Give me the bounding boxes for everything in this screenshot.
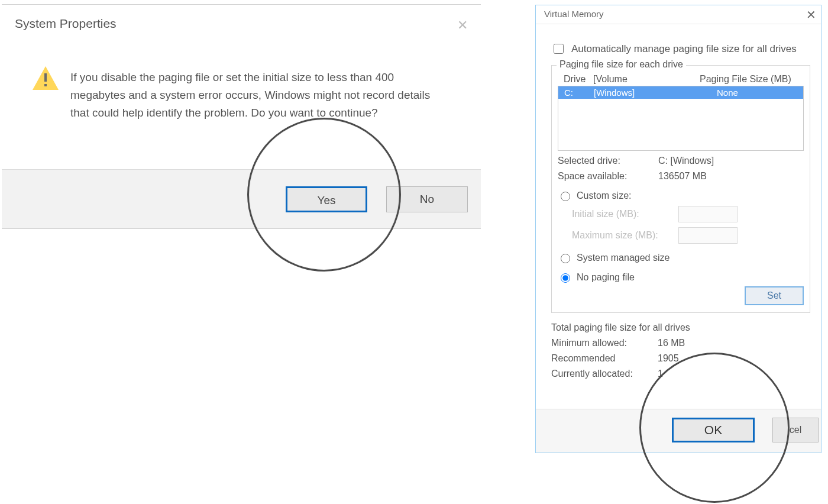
system-properties-dialog: System Properties ✕ If you disable the p… (2, 4, 481, 229)
drive-row[interactable]: C: [Windows] None (558, 86, 803, 99)
dialog-footer: OK cel (536, 409, 821, 453)
header-drive: Drive (564, 74, 593, 85)
recommended-value: 1905 (658, 353, 679, 364)
set-button[interactable]: Set (745, 286, 804, 305)
cancel-button[interactable]: cel (772, 418, 819, 442)
auto-manage-label: Automatically manage paging file size fo… (571, 43, 797, 55)
virtual-memory-dialog: Virtual Memory ✕ Automatically manage pa… (535, 5, 821, 453)
drive-letter: C: (564, 88, 594, 98)
no-paging-file-label: No paging file (577, 272, 635, 283)
no-paging-file-radio[interactable]: No paging file (558, 272, 804, 283)
maximum-size-input (678, 227, 738, 244)
currently-allocated-label: Currently allocated: (551, 369, 658, 379)
paging-size-group: Paging file size for each drive Drive [V… (551, 65, 810, 313)
auto-manage-checkbox[interactable]: Automatically manage paging file size fo… (551, 42, 810, 56)
ok-button[interactable]: OK (672, 418, 755, 442)
currently-allocated-value: 1 (658, 369, 663, 379)
space-available-value: 136507 MB (658, 171, 707, 182)
system-managed-label: System managed size (577, 253, 669, 263)
dialog-footer: Yes No (2, 169, 481, 228)
header-volume: [Volume (593, 74, 700, 85)
yes-button[interactable]: Yes (286, 186, 367, 212)
warning-icon (31, 64, 60, 122)
svg-rect-1 (44, 73, 47, 82)
custom-size-radio[interactable]: Custom size: (558, 190, 804, 201)
close-icon[interactable]: ✕ (457, 18, 468, 33)
drive-size: None (699, 88, 800, 98)
space-available-label: Space available: (558, 171, 658, 182)
svg-rect-2 (44, 84, 47, 86)
drive-volume: [Windows] (594, 88, 699, 98)
maximum-size-label: Maximum size (MB): (572, 230, 678, 241)
auto-manage-input[interactable] (554, 44, 564, 54)
drive-list-header: Drive [Volume Paging File Size (MB) (564, 74, 800, 85)
min-allowed-label: Minimum allowed: (551, 338, 658, 348)
initial-size-label: Initial size (MB): (572, 209, 678, 219)
system-managed-radio[interactable]: System managed size (558, 252, 804, 263)
drive-list[interactable]: C: [Windows] None (558, 86, 804, 151)
header-size: Paging File Size (MB) (700, 74, 800, 85)
custom-size-label: Custom size: (577, 190, 631, 201)
initial-size-input (678, 206, 738, 222)
group-legend: Paging file size for each drive (557, 59, 686, 70)
selected-drive-label: Selected drive: (558, 156, 658, 166)
no-button[interactable]: No (386, 186, 468, 212)
dialog-title: Virtual Memory (536, 5, 821, 24)
close-icon[interactable]: ✕ (806, 8, 816, 22)
selected-drive-value: C: [Windows] (658, 156, 714, 166)
warning-message: If you disable the paging file or set th… (60, 69, 438, 122)
min-allowed-value: 16 MB (658, 338, 685, 348)
dialog-title: System Properties (2, 5, 481, 31)
recommended-label: Recommended (551, 353, 658, 364)
totals-title: Total paging file size for all drives (551, 322, 810, 333)
